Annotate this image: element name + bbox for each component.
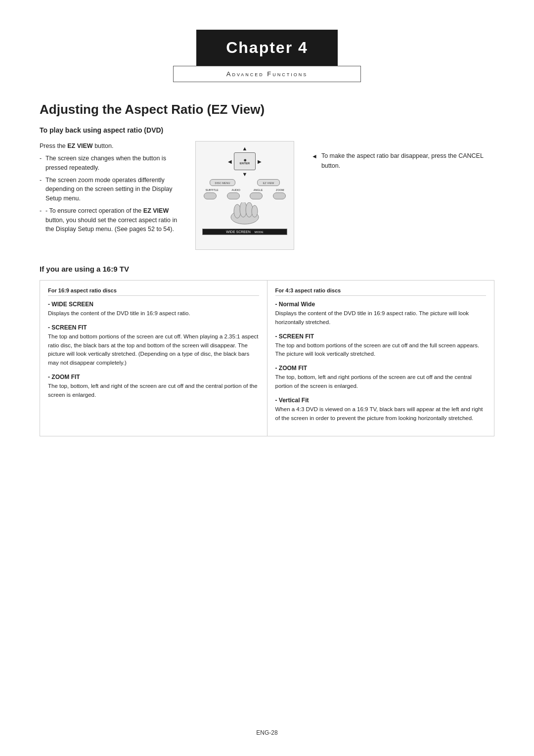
right-arrow-icon: ▶: [258, 159, 262, 164]
zoom-fit-body-43: The top, bottom, left and right portions…: [275, 373, 487, 391]
page-number: ENG-28: [256, 729, 277, 736]
screen-fit-item-43: - SCREEN FIT The top and bottom portions…: [275, 333, 487, 359]
col-169: For 16:9 aspect ratio discs - WIDE SCREE…: [40, 281, 267, 436]
bullet-list: The screen size changes when the button …: [40, 154, 178, 234]
zoom-fit-title-169: - ZOOM FIT: [48, 374, 259, 380]
subtitle-label: SUBTITLE: [205, 189, 218, 191]
screen-fit-item-169: - SCREEN FIT The top and bottom portions…: [48, 324, 259, 368]
oval-btn-2: [227, 192, 240, 199]
dvd-section: Press the EZ VIEW button. The screen siz…: [40, 141, 494, 250]
oval-btn-4: [273, 192, 286, 199]
ez-view-label: EZ VIEW: [67, 142, 92, 149]
disc-menu-btn: DISC MENU: [210, 179, 235, 186]
wide-screen-body: Displays the content of the DVD title in…: [48, 309, 259, 318]
zoom-fit-item-43: - ZOOM FIT The top, bottom, left and rig…: [275, 365, 487, 391]
svg-point-4: [252, 205, 258, 217]
enter-icon: ⬢: [244, 158, 246, 162]
remote-top-row: ▲ ◀ ⬢ ENTER ▶ ▼: [199, 145, 291, 177]
labels-row: SUBTITLE AUDIO ANGLE ZOOM: [199, 189, 291, 191]
section-title: Adjusting the Aspect Ratio (EZ View): [40, 102, 494, 117]
oval-btn-1: [204, 192, 217, 199]
normal-wide-body: Displays the content of the DVD title in…: [275, 309, 487, 327]
tv-heading: If you are using a 16:9 TV: [40, 265, 494, 273]
ez-view-btn: EZ VIEW: [257, 179, 280, 186]
enter-button: ⬢ ENTER: [234, 152, 256, 170]
chapter-header: Chapter 4 Advanced Functions: [40, 30, 494, 82]
triangle-icon: ◄: [312, 152, 317, 161]
cancel-note-text: To make the aspect ratio bar disappear, …: [321, 151, 494, 171]
dvd-right: ◄ To make the aspect ratio bar disappear…: [312, 141, 494, 250]
zoom-fit-title-43: - ZOOM FIT: [275, 365, 487, 372]
up-arrow-icon: ▲: [242, 145, 248, 151]
screen-bar-label: WIDE SCREEN: [226, 230, 250, 234]
chapter-title: Chapter 4: [196, 30, 338, 66]
hand-illustration: [203, 202, 286, 227]
vertical-fit-item: - Vertical Fit When a 4:3 DVD is viewed …: [275, 397, 487, 423]
zoom-fit-item-169: - ZOOM FIT The top, bottom, left and rig…: [48, 374, 259, 400]
bullet-3: - To ensure correct operation of the EZ …: [40, 206, 178, 234]
vertical-fit-title: - Vertical Fit: [275, 397, 487, 404]
down-arrow-icon: ▼: [242, 171, 248, 177]
enter-text: ENTER: [240, 162, 250, 165]
dvd-remote-area: ▲ ◀ ⬢ ENTER ▶ ▼: [193, 141, 297, 250]
normal-wide-title: - Normal Wide: [275, 301, 487, 308]
angle-label: ANGLE: [254, 189, 263, 191]
page-footer: ENG-28: [0, 729, 534, 736]
remote-image: ▲ ◀ ⬢ ENTER ▶ ▼: [195, 141, 294, 250]
screen-fit-title-169: - SCREEN FIT: [48, 324, 259, 331]
bullet-1: The screen size changes when the button …: [40, 154, 178, 173]
enter-row: ◀ ⬢ ENTER ▶: [228, 152, 262, 170]
bullet-2: The screen zoom mode operates differentl…: [40, 176, 178, 203]
ratio-grid: For 16:9 aspect ratio discs - WIDE SCREE…: [40, 280, 494, 436]
zoom-label: ZOOM: [276, 189, 284, 191]
col-43: For 4:3 aspect ratio discs - Normal Wide…: [267, 281, 494, 436]
normal-wide-item: - Normal Wide Displays the content of th…: [275, 301, 487, 327]
oval-btn-3: [250, 192, 263, 199]
col-43-header: For 4:3 aspect ratio discs: [275, 287, 487, 296]
screen-bar: WIDE SCREEN MODE: [202, 229, 287, 235]
chapter-subtitle: Advanced Functions: [173, 66, 361, 82]
screen-fit-body-169: The top and bottom portions of the scree…: [48, 332, 259, 368]
left-arrow-icon: ◀: [228, 159, 232, 164]
audio-label: AUDIO: [231, 189, 240, 191]
screen-fit-body-43: The top and bottom portions of the scree…: [275, 341, 487, 359]
page: Chapter 4 Advanced Functions Adjusting t…: [0, 0, 534, 756]
screen-bar-mode: MODE: [255, 231, 264, 234]
enter-button-inner: ⬢ ENTER: [240, 158, 250, 165]
hand-svg: [222, 202, 267, 226]
dvd-instructions: Press the EZ VIEW button. The screen siz…: [40, 141, 178, 250]
wide-screen-item: - WIDE SCREEN Displays the content of th…: [48, 301, 259, 318]
screen-fit-title-43: - SCREEN FIT: [275, 333, 487, 340]
cancel-note: ◄ To make the aspect ratio bar disappear…: [312, 151, 494, 171]
press-line: Press the EZ VIEW button.: [40, 141, 178, 151]
zoom-fit-body-169: The top, bottom, left and right of the s…: [48, 382, 259, 400]
vertical-fit-body: When a 4:3 DVD is viewed on a 16:9 TV, b…: [275, 405, 487, 423]
col-169-header: For 16:9 aspect ratio discs: [48, 287, 259, 296]
dvd-heading: To play back using aspect ratio (DVD): [40, 126, 494, 134]
wide-screen-title: - WIDE SCREEN: [48, 301, 259, 308]
oval-btns-row: [199, 192, 291, 199]
disc-ezview-row: DISC MENU EZ VIEW: [199, 179, 291, 186]
